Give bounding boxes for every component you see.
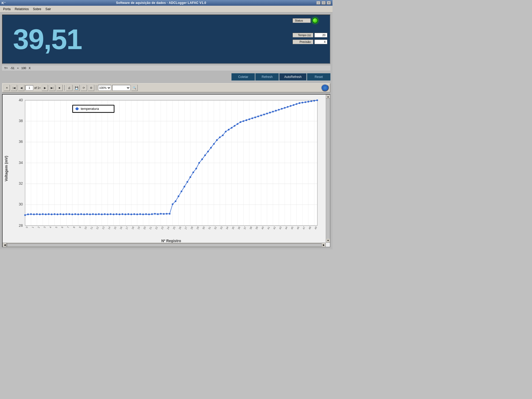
- scroll-down-button[interactable]: ▼: [326, 238, 330, 243]
- search-button[interactable]: 🔍: [131, 85, 138, 91]
- titlebar-controls: − □ ×: [316, 1, 331, 5]
- y-unit: X: [29, 66, 30, 70]
- svg-point-154: [130, 214, 132, 215]
- page-info: of 1+: [34, 86, 41, 89]
- svg-point-188: [231, 127, 232, 129]
- y-axis-info: Y= -51 + 100 X: [2, 65, 330, 71]
- svg-point-128: [54, 213, 55, 215]
- page-input[interactable]: [25, 85, 33, 90]
- restore-button[interactable]: □: [322, 1, 326, 5]
- scroll-left-button[interactable]: ◀: [3, 243, 7, 247]
- titlebar-left: K⁻: [2, 1, 6, 5]
- svg-point-175: [192, 171, 194, 173]
- menu-relatorios[interactable]: Relatórios: [13, 6, 31, 12]
- svg-point-196: [254, 116, 256, 118]
- status-row: Status: [292, 18, 327, 23]
- svg-point-207: [287, 106, 288, 108]
- y-max: 100: [21, 66, 26, 70]
- close-report-button[interactable]: ✕: [4, 85, 10, 91]
- svg-point-211: [299, 102, 300, 104]
- svg-point-156: [136, 214, 138, 215]
- svg-point-174: [189, 176, 191, 178]
- svg-point-161: [151, 213, 153, 215]
- menu-sobre[interactable]: Sobre: [31, 6, 43, 12]
- reset-button[interactable]: Reset: [307, 73, 330, 81]
- zoom-select[interactable]: 00% 25% 50% 75% 100% 150% 200%: [98, 85, 111, 91]
- scroll-right-button[interactable]: ▶: [322, 243, 326, 247]
- svg-text:36: 36: [19, 139, 23, 144]
- svg-point-190: [237, 123, 238, 125]
- svg-point-137: [80, 213, 82, 215]
- svg-point-212: [302, 102, 303, 104]
- svg-point-150: [119, 214, 120, 215]
- refresh-button[interactable]: Refresh: [255, 73, 279, 81]
- svg-point-125: [45, 214, 46, 215]
- svg-point-176: [195, 168, 197, 170]
- svg-point-198: [260, 115, 262, 116]
- svg-point-171: [181, 190, 182, 192]
- svg-point-160: [148, 214, 150, 215]
- close-button[interactable]: ×: [327, 1, 331, 5]
- svg-point-119: [27, 214, 29, 215]
- last-page-button[interactable]: ▶|: [49, 85, 55, 91]
- svg-point-177: [198, 162, 200, 164]
- svg-point-124: [42, 213, 43, 215]
- svg-point-187: [228, 129, 229, 131]
- svg-point-208: [290, 105, 291, 107]
- print-button[interactable]: 🖨: [66, 85, 72, 91]
- svg-text:34: 34: [19, 161, 23, 165]
- svg-point-168: [172, 203, 173, 205]
- svg-point-131: [63, 214, 64, 215]
- svg-point-118: [24, 214, 26, 216]
- menu-porta[interactable]: Porta: [1, 6, 13, 12]
- svg-point-134: [71, 214, 73, 215]
- svg-point-169: [175, 200, 176, 202]
- status-label: Status: [292, 18, 311, 23]
- autorefresh-button[interactable]: AutoRefresh: [279, 73, 307, 81]
- svg-point-205: [281, 108, 282, 110]
- svg-point-217: [316, 99, 318, 101]
- first-page-button[interactable]: |◀: [11, 85, 17, 91]
- minimize-button[interactable]: −: [316, 1, 321, 5]
- svg-point-204: [278, 109, 280, 111]
- refresh-report-button[interactable]: ⟳: [81, 85, 87, 91]
- svg-point-133: [69, 213, 70, 215]
- svg-text:Voltagem (mV): Voltagem (mV): [4, 156, 9, 182]
- svg-point-179: [204, 155, 206, 156]
- svg-point-146: [107, 214, 108, 215]
- scroll-track-y[interactable]: [326, 99, 330, 238]
- main-content: 39,51 Status Tempo (s): 20 Precisão: 4 Y…: [0, 12, 332, 249]
- svg-point-193: [245, 119, 247, 121]
- next-page-button[interactable]: ▶: [42, 85, 48, 91]
- svg-point-122: [36, 213, 38, 215]
- svg-point-132: [65, 213, 67, 215]
- svg-point-149: [116, 213, 117, 215]
- svg-point-153: [128, 213, 129, 215]
- svg-point-178: [201, 158, 203, 160]
- settings-button[interactable]: ⚙: [88, 85, 94, 91]
- svg-point-200: [266, 113, 268, 115]
- prev-page-button[interactable]: ◀: [18, 85, 24, 91]
- svg-text:28: 28: [19, 223, 23, 228]
- svg-point-157: [139, 213, 141, 215]
- svg-point-167: [169, 213, 170, 215]
- precisao-value: 4: [314, 39, 327, 44]
- svg-point-189: [234, 125, 235, 127]
- display-panel: 39,51 Status Tempo (s): 20 Precisão: 4: [2, 15, 330, 64]
- scroll-up-button[interactable]: ▲: [326, 95, 330, 99]
- svg-point-184: [219, 136, 221, 138]
- export-button[interactable]: 💾: [74, 85, 80, 91]
- search-select[interactable]: [112, 85, 130, 91]
- svg-point-155: [134, 213, 135, 215]
- menu-sair[interactable]: Sair: [43, 6, 53, 12]
- svg-point-172: [184, 186, 185, 188]
- svg-point-148: [113, 214, 114, 215]
- app-icon: K⁻: [2, 1, 6, 5]
- svg-point-199: [263, 114, 265, 115]
- stop-button[interactable]: ■: [56, 85, 63, 91]
- svg-point-141: [92, 213, 94, 215]
- coletar-button[interactable]: Coletar: [231, 73, 255, 81]
- svg-point-130: [60, 213, 61, 215]
- scroll-track-x[interactable]: [7, 243, 322, 247]
- svg-point-142: [95, 214, 97, 215]
